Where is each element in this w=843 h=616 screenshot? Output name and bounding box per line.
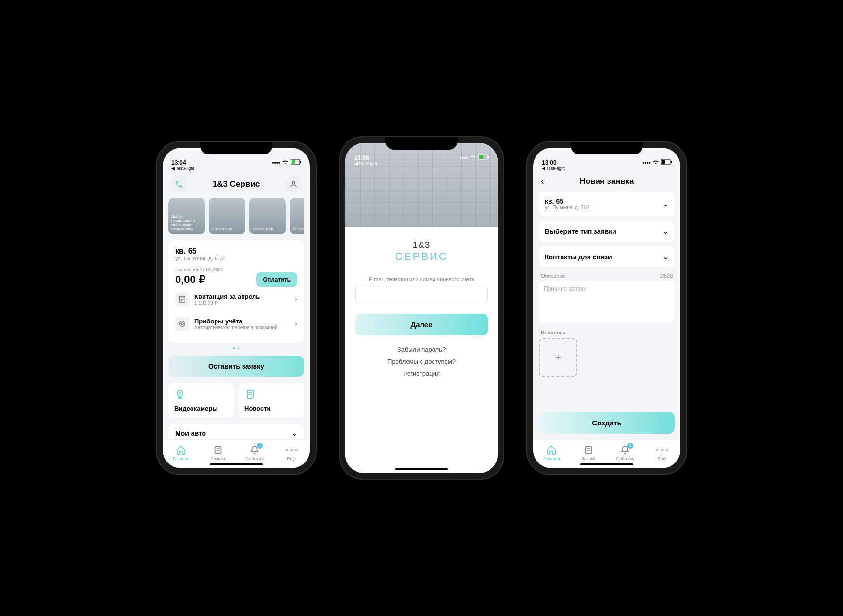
requests-icon bbox=[583, 445, 594, 455]
app-title: 1&3 Сервис bbox=[213, 180, 260, 189]
cameras-tile[interactable]: Видеокамеры bbox=[168, 383, 234, 418]
add-attachment-button[interactable]: + bbox=[539, 338, 577, 377]
wifi-icon bbox=[652, 159, 659, 166]
back-to-testflight[interactable]: ◀ TestFlight bbox=[345, 161, 498, 166]
tab-requests[interactable]: Заявки bbox=[200, 440, 237, 465]
status-time: 13:00 bbox=[542, 159, 557, 166]
chevron-down-icon: ⌄ bbox=[663, 199, 669, 208]
char-counter: 0/500 bbox=[659, 273, 673, 279]
battery-icon bbox=[478, 154, 489, 161]
svg-rect-22 bbox=[662, 160, 665, 164]
header: ‹ Новая заявка bbox=[533, 171, 680, 192]
svg-point-11 bbox=[179, 392, 181, 394]
chevron-down-icon: ⌄ bbox=[663, 252, 669, 261]
signal-icon: •••• bbox=[460, 154, 468, 161]
chevron-right-icon: › bbox=[295, 295, 297, 304]
news-tile[interactable]: Новости bbox=[239, 383, 304, 418]
login-input[interactable] bbox=[355, 285, 488, 304]
access-problems-link[interactable]: Проблемы с доступом? bbox=[355, 358, 488, 365]
call-button[interactable] bbox=[170, 176, 188, 193]
meters-row[interactable]: Приборы учёта Автоматическая передача по… bbox=[175, 311, 297, 336]
story-item[interactable]: Новости УК bbox=[209, 198, 245, 234]
svg-rect-1 bbox=[300, 161, 301, 163]
meter-icon bbox=[175, 317, 190, 331]
balance-card: кв. 65 ул. Пушкина, д. 61/2 Баланс на 27… bbox=[168, 240, 304, 343]
tab-events[interactable]: 1 События bbox=[607, 440, 644, 465]
tab-more[interactable]: ∘∘∘ Ещё bbox=[644, 440, 681, 465]
phone-login: 13:08 •••• ◀ TestFlight 1&3 СЕРВИС bbox=[340, 137, 503, 479]
events-badge: 1 bbox=[257, 443, 263, 449]
story-item[interactable]: Добро пожаловать в мобильное приложение bbox=[168, 198, 205, 234]
header: 1&3 Сервис bbox=[163, 171, 310, 198]
balance-label: Баланс на 27.05.2022 bbox=[175, 267, 297, 272]
signal-icon: •••• bbox=[642, 159, 651, 166]
wifi-icon bbox=[282, 159, 289, 166]
apartment-address: ул. Пушкина, д. 61/2 bbox=[175, 256, 297, 261]
svg-point-9 bbox=[181, 323, 183, 325]
apartment-title: кв. 65 bbox=[175, 247, 297, 256]
new-request-button[interactable]: Оставить заявку bbox=[168, 356, 304, 377]
request-type-selector[interactable]: Выберите тип заявки ⌄ bbox=[539, 221, 675, 242]
forgot-password-link[interactable]: Забыли пароль? bbox=[355, 346, 488, 353]
back-to-testflight[interactable]: ◀ TestFlight bbox=[533, 166, 680, 171]
attachments-label: Вложения bbox=[539, 330, 675, 335]
news-icon bbox=[244, 388, 257, 401]
notch bbox=[385, 137, 458, 150]
plus-icon: + bbox=[555, 351, 562, 364]
login-hero: 13:08 •••• ◀ TestFlight bbox=[345, 143, 498, 227]
receipt-icon bbox=[175, 292, 190, 307]
back-button[interactable]: ‹ bbox=[541, 176, 552, 187]
tab-home[interactable]: Главная bbox=[163, 440, 200, 465]
tab-events[interactable]: 1 События bbox=[236, 440, 273, 465]
back-to-testflight[interactable]: ◀ TestFlight bbox=[163, 166, 310, 171]
wifi-icon bbox=[470, 154, 476, 161]
my-cars-dropdown[interactable]: Мои авто ⌄ bbox=[168, 424, 304, 439]
phone-home: 13:04 •••• ◀ TestFlight 1&3 Сервис bbox=[157, 142, 316, 474]
svg-rect-21 bbox=[671, 161, 672, 163]
battery-icon bbox=[291, 159, 301, 166]
camera-icon bbox=[174, 388, 187, 401]
register-link[interactable]: Регистрация bbox=[355, 370, 488, 377]
logo-line2: СЕРВИС bbox=[355, 250, 488, 263]
profile-button[interactable] bbox=[285, 176, 302, 193]
tab-home[interactable]: Главная bbox=[533, 440, 570, 465]
more-icon: ∘∘∘ bbox=[286, 445, 297, 455]
login-input-label: E-mail, телефон или номер лицевого счёта bbox=[355, 276, 488, 282]
home-indicator[interactable] bbox=[210, 463, 263, 465]
notch bbox=[571, 142, 643, 154]
apartment-selector[interactable]: кв. 65 ул. Пушкина, д. 61/2 ⌄ bbox=[539, 192, 675, 216]
chevron-down-icon: ⌄ bbox=[292, 429, 297, 437]
description-label: Описание 0/500 bbox=[539, 272, 675, 281]
home-icon bbox=[546, 445, 557, 455]
chevron-right-icon: › bbox=[295, 320, 297, 328]
tab-requests[interactable]: Заявки bbox=[570, 440, 607, 465]
home-indicator[interactable] bbox=[580, 463, 633, 465]
notch bbox=[200, 142, 272, 154]
create-button[interactable]: Создать bbox=[539, 412, 675, 434]
status-time: 13:04 bbox=[171, 159, 186, 166]
signal-icon: •••• bbox=[272, 159, 280, 166]
story-item[interactable]: Оп квит bbox=[290, 198, 304, 234]
invoice-row[interactable]: Квитанция за апрель 1 190.99 ₽ › bbox=[175, 287, 297, 311]
description-textarea[interactable]: Причина заявки bbox=[539, 281, 675, 323]
stories-row[interactable]: Добро пожаловать в мобильное приложение … bbox=[168, 198, 304, 234]
bell-icon: 1 bbox=[620, 445, 630, 455]
next-button[interactable]: Далее bbox=[355, 314, 488, 335]
balance-amount: 0,00 ₽ bbox=[175, 273, 205, 286]
home-icon bbox=[176, 445, 186, 455]
chevron-down-icon: ⌄ bbox=[663, 227, 669, 236]
bell-icon: 1 bbox=[249, 445, 260, 455]
tab-more[interactable]: ∘∘∘ Ещё bbox=[273, 440, 310, 465]
requests-icon bbox=[213, 445, 223, 455]
events-badge: 1 bbox=[627, 443, 633, 449]
story-item[interactable]: Заявки в УК bbox=[249, 198, 286, 234]
svg-rect-19 bbox=[479, 155, 483, 159]
contacts-selector[interactable]: Контакты для связи ⌄ bbox=[539, 246, 675, 267]
logo-line1: 1&3 bbox=[355, 240, 488, 250]
status-time: 13:08 bbox=[354, 154, 369, 161]
page-title: Новая заявка bbox=[552, 177, 661, 186]
pay-button[interactable]: Оплатить bbox=[256, 272, 297, 287]
svg-rect-2 bbox=[292, 160, 295, 164]
svg-point-8 bbox=[180, 321, 185, 327]
home-indicator[interactable] bbox=[395, 468, 448, 470]
